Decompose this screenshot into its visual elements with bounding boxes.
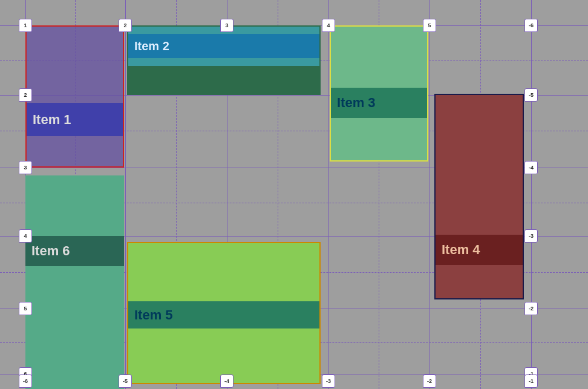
node-bot-2: -2: [423, 374, 436, 388]
node-right-3: -3: [524, 229, 538, 243]
node-2-1: 2: [119, 19, 132, 32]
grid-line-v2: [125, 0, 126, 389]
node-right-5: -5: [524, 88, 538, 102]
item-5-label: Item 5: [128, 302, 179, 328]
node-4-1: 4: [322, 19, 335, 32]
node-right-4: -4: [524, 161, 538, 174]
item-2-label: Item 2: [128, 34, 175, 58]
node-3-1: 3: [220, 19, 234, 32]
node-left-2: 2: [19, 88, 32, 102]
node-right-2: -2: [524, 302, 538, 315]
item-4: Item 4: [434, 94, 524, 299]
node-bot-3: -3: [322, 374, 335, 388]
node-left-4: 4: [19, 229, 32, 243]
node-bot-5: -5: [119, 374, 132, 388]
item-3: Item 3: [330, 25, 428, 162]
node-bot-1: -1: [524, 374, 538, 388]
item-3-label: Item 3: [331, 90, 382, 116]
node-bot-4: -4: [220, 374, 234, 388]
item-6: Item 6: [25, 175, 124, 389]
node-bot-6: -6: [19, 374, 32, 388]
node-right-6: -6: [524, 19, 538, 32]
item-5: Item 5: [127, 242, 321, 384]
node-left-3: 3: [19, 161, 32, 174]
grid-line-v6: [531, 0, 532, 389]
item-1: Item 1: [25, 25, 124, 168]
grid-line-v4: [328, 0, 329, 389]
item-1-label: Item 1: [27, 107, 77, 132]
node-left-5: 5: [19, 302, 32, 315]
item-2: Item 2: [127, 25, 321, 95]
grid-line-v5: [430, 0, 430, 389]
node-5-1: 5: [423, 19, 436, 32]
node-left-1: 1: [19, 19, 32, 32]
item-4-label: Item 4: [436, 237, 486, 263]
item-6-label: Item 6: [25, 238, 76, 264]
